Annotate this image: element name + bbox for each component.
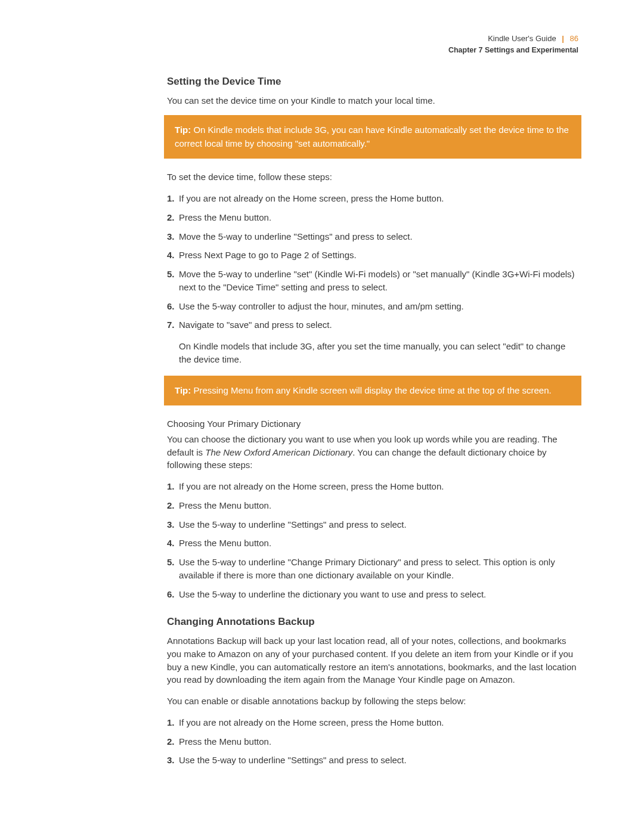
list-item: Press Next Page to go to Page 2 of Setti…: [167, 249, 578, 262]
device-time-steps: If you are not already on the Home scree…: [167, 192, 578, 332]
device-time-note: On Kindle models that include 3G, after …: [179, 340, 578, 366]
tip-label: Tip:: [175, 125, 191, 135]
list-item: If you are not already on the Home scree…: [167, 480, 578, 493]
running-header: Kindle User's Guide | 86 Chapter 7 Setti…: [167, 33, 578, 55]
dictionary-default-name: The New Oxford American Dictionary: [205, 447, 352, 457]
list-item: If you are not already on the Home scree…: [167, 716, 578, 729]
chapter-title: Chapter 7 Settings and Experimental: [167, 45, 578, 55]
list-item: Press the Menu button.: [167, 537, 578, 550]
list-item: Press the Menu button.: [167, 735, 578, 748]
document-page: Kindle User's Guide | 86 Chapter 7 Setti…: [0, 0, 644, 833]
page-number: 86: [570, 34, 578, 43]
list-item: Use the 5-way to underline the dictionar…: [167, 588, 578, 601]
device-time-lead: To set the device time, follow these ste…: [167, 171, 578, 184]
dictionary-intro: You can choose the dictionary you want t…: [167, 433, 578, 472]
heading-primary-dictionary: Choosing Your Primary Dictionary: [167, 417, 578, 431]
heading-annotations-backup: Changing Annotations Backup: [167, 615, 578, 630]
list-item: Use the 5-way to underline "Change Prima…: [167, 556, 578, 582]
list-item: Use the 5-way to underline "Settings" an…: [167, 518, 578, 531]
tip-box-menu-time: Tip: Pressing Menu from any Kindle scree…: [164, 376, 581, 406]
list-item: Use the 5-way to underline "Settings" an…: [167, 754, 578, 767]
heading-device-time: Setting the Device Time: [167, 75, 578, 89]
tip-label: Tip:: [175, 385, 191, 395]
list-item: Use the 5-way controller to adjust the h…: [167, 300, 578, 313]
list-item: Move the 5-way to underline "Settings" a…: [167, 230, 578, 243]
annotations-p2: You can enable or disable annotations ba…: [167, 695, 578, 708]
list-item: Navigate to "save" and press to select.: [167, 318, 578, 332]
list-item: Press the Menu button.: [167, 211, 578, 224]
guide-title: Kindle User's Guide: [488, 34, 556, 43]
tip-body: Pressing Menu from any Kindle screen wil…: [191, 385, 551, 395]
annotations-p1: Annotations Backup will back up your las…: [167, 634, 578, 686]
header-separator: |: [558, 34, 568, 43]
tip-body: On Kindle models that include 3G, you ca…: [175, 125, 569, 148]
list-item: Press the Menu button.: [167, 499, 578, 512]
device-time-intro: You can set the device time on your Kind…: [167, 94, 578, 107]
annotations-steps: If you are not already on the Home scree…: [167, 716, 578, 767]
tip-box-3g-auto: Tip: On Kindle models that include 3G, y…: [164, 115, 581, 159]
list-item: If you are not already on the Home scree…: [167, 192, 578, 205]
list-item: Move the 5-way to underline "set" (Kindl…: [167, 268, 578, 294]
dictionary-steps: If you are not already on the Home scree…: [167, 480, 578, 600]
